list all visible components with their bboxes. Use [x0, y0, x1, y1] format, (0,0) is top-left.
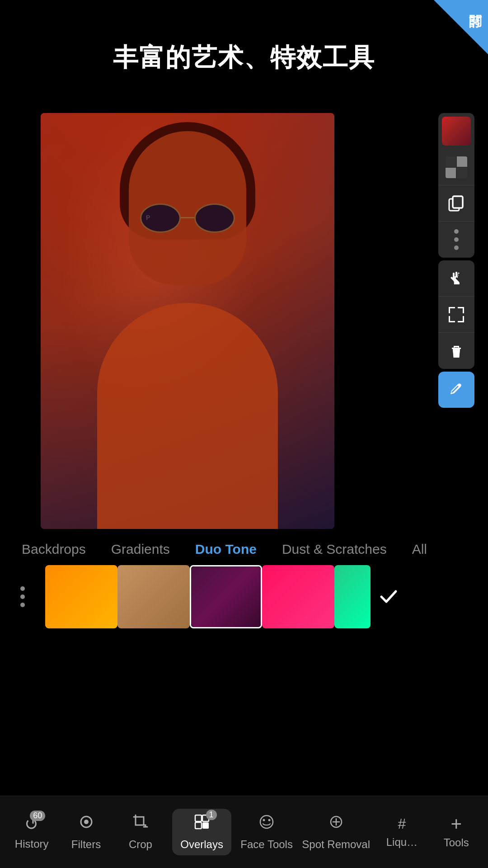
svg-rect-7 — [449, 307, 450, 313]
figure-body — [97, 303, 278, 529]
nav-face-tools[interactable]: Face Tools — [240, 813, 293, 851]
eye-dropper-button[interactable] — [438, 372, 474, 408]
overlay-thumb-pink[interactable] — [262, 565, 334, 628]
thumb-green-inner — [334, 565, 371, 628]
category-tabs: Backdrops Gradients Duo Tone Dust & Scra… — [0, 533, 488, 565]
duplicate-icon — [447, 194, 465, 212]
glass-bridge — [181, 217, 194, 218]
bottom-nav: ↺ 60 History Filters Crop — [0, 796, 488, 868]
tools-label: Tools — [444, 836, 469, 849]
crop-icon — [132, 813, 149, 835]
tools-icon: + — [450, 816, 462, 833]
svg-rect-10 — [463, 316, 464, 322]
confirm-button[interactable] — [371, 565, 407, 628]
liquify-icon: # — [398, 816, 406, 832]
select-button[interactable] — [438, 297, 474, 333]
svg-rect-17 — [195, 822, 202, 829]
thumb-tan-inner — [117, 565, 190, 628]
overlay-menu-button[interactable] — [0, 565, 45, 628]
delete-button[interactable] — [438, 333, 474, 369]
nav-liquify[interactable]: # Liqu… — [379, 816, 424, 849]
eye-dropper-icon — [447, 381, 465, 399]
svg-point-19 — [260, 816, 273, 828]
svg-point-20 — [263, 819, 265, 821]
history-label: History — [15, 838, 49, 850]
tab-all[interactable]: All — [399, 537, 440, 561]
svg-rect-15 — [195, 815, 202, 821]
svg-rect-8 — [449, 316, 450, 322]
overlay-thumb-darkred[interactable] — [190, 565, 262, 628]
nav-crop[interactable]: Crop — [118, 813, 163, 851]
thumb-pink-inner — [262, 565, 334, 628]
spot-removal-icon — [328, 813, 345, 835]
color-swatch — [442, 117, 471, 146]
color-swatch-button[interactable] — [438, 113, 474, 149]
duplicate-button[interactable] — [438, 185, 474, 222]
overlays-badge-container: 1 — [193, 813, 211, 835]
nav-filters[interactable]: Filters — [64, 813, 109, 851]
svg-rect-9 — [463, 307, 464, 313]
right-panel-top — [438, 113, 474, 258]
more-icon — [454, 229, 459, 250]
overlay-thumb-tan[interactable] — [117, 565, 190, 628]
thumb-orange-inner — [45, 565, 117, 628]
page-title: 丰富的艺术、特效工具 — [0, 41, 488, 75]
overlays-badge: 1 — [206, 810, 217, 820]
checker-button[interactable] — [438, 149, 474, 185]
overlay-thumb-green[interactable] — [334, 565, 371, 628]
more-button[interactable] — [438, 222, 474, 258]
overlay-row — [0, 565, 488, 628]
svg-rect-1 — [453, 196, 463, 208]
move-button[interactable] — [438, 260, 474, 297]
check-icon — [379, 587, 399, 607]
select-icon — [447, 305, 466, 324]
tab-duotone[interactable]: Duo Tone — [183, 537, 269, 561]
face-tools-label: Face Tools — [240, 838, 293, 851]
nav-history[interactable]: ↺ 60 History — [9, 814, 54, 850]
filters-icon — [78, 813, 95, 835]
nav-overlays[interactable]: 1 Overlays — [172, 809, 231, 855]
thumb-darkred-inner — [191, 566, 261, 627]
tab-backdrops[interactable]: Backdrops — [9, 537, 99, 561]
svg-point-14 — [84, 820, 89, 824]
face-tools-icon — [258, 813, 275, 835]
tab-gradients[interactable]: Gradients — [99, 537, 183, 561]
glass-right — [194, 203, 235, 233]
nav-spot-removal[interactable]: Spot Removal — [302, 813, 370, 851]
hand-icon — [447, 269, 466, 288]
figure-head: P — [129, 131, 246, 285]
main-image: P — [41, 113, 334, 529]
right-panel-mid — [438, 260, 474, 369]
overlay-thumb-orange[interactable] — [45, 565, 117, 628]
figure-glasses: P — [138, 203, 237, 235]
svg-rect-18 — [202, 822, 209, 829]
history-badge: 60 — [30, 811, 45, 821]
spot-removal-label: Spot Removal — [302, 838, 370, 851]
liquify-label: Liqu… — [386, 836, 418, 849]
overlay-menu-icon — [20, 586, 25, 607]
glass-left: P — [140, 203, 181, 233]
checker-icon — [446, 156, 467, 178]
history-badge-container: ↺ 60 — [24, 814, 39, 834]
overlays-label: Overlays — [180, 838, 223, 851]
svg-point-21 — [268, 819, 271, 821]
right-panel — [438, 113, 474, 408]
tab-dust-scratches[interactable]: Dust & Scratches — [269, 537, 399, 561]
filters-label: Filters — [71, 838, 101, 851]
nav-tools[interactable]: + Tools — [434, 816, 479, 849]
delete-icon — [447, 342, 465, 360]
portrait-background: P — [41, 113, 334, 529]
crop-label: Crop — [129, 838, 152, 851]
